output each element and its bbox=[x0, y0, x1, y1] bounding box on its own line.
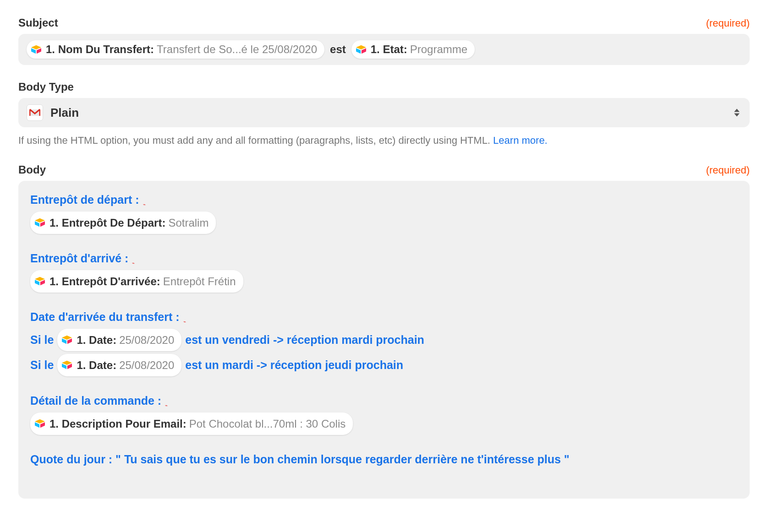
pill-entrepot-arrivee[interactable]: 1. Entrepôt D'arrivée: Entrepôt Frétin bbox=[30, 270, 243, 293]
svg-marker-11 bbox=[40, 280, 45, 286]
subject-pill-etat[interactable]: 1. Etat: Programme bbox=[351, 40, 475, 59]
pill-label: 1. Entrepôt De Départ: bbox=[49, 214, 165, 231]
svg-marker-15 bbox=[62, 361, 72, 365]
subject-input[interactable]: 1. Nom Du Transfert: Transfert de So...é… bbox=[18, 34, 750, 65]
svg-marker-7 bbox=[35, 222, 39, 227]
svg-marker-6 bbox=[35, 218, 45, 223]
pill-label: 1. Entrepôt D'arrivée: bbox=[49, 273, 160, 290]
body-type-header: Body Type bbox=[18, 81, 750, 93]
svg-marker-17 bbox=[67, 364, 72, 369]
body-label: Body bbox=[18, 163, 46, 176]
spellcheck-mark: ⌁ bbox=[165, 402, 168, 409]
learn-more-link[interactable]: Learn more. bbox=[493, 135, 548, 146]
subject-label: Subject bbox=[18, 16, 58, 29]
gmail-icon bbox=[27, 104, 43, 121]
svg-marker-4 bbox=[356, 48, 361, 54]
text-si-le-2: Si le bbox=[30, 356, 54, 374]
body-type-help: If using the HTML option, you must add a… bbox=[18, 133, 750, 148]
spellcheck-mark: ⌁ bbox=[183, 318, 186, 326]
body-type-value: Plain bbox=[50, 106, 79, 120]
body-type-label: Body Type bbox=[18, 81, 74, 93]
subject-header: Subject (required) bbox=[18, 16, 750, 29]
body-field: Body (required) Entrepôt de départ :⌁ 1.… bbox=[18, 163, 750, 499]
section-title-depart: Entrepôt de départ : bbox=[30, 191, 139, 209]
pill-value: Entrepôt Frétin bbox=[163, 273, 236, 290]
subject-pill-transfer-name[interactable]: 1. Nom Du Transfert: Transfert de So...é… bbox=[27, 40, 324, 59]
svg-marker-9 bbox=[35, 277, 45, 281]
section-title-arrive: Entrepôt d'arrivé : bbox=[30, 250, 128, 267]
pill-description-email[interactable]: 1. Description Pour Email: Pot Chocolat … bbox=[30, 413, 353, 435]
select-caret-icon bbox=[734, 109, 740, 117]
pill-value: Sotralim bbox=[168, 214, 208, 231]
airtable-icon bbox=[35, 419, 45, 428]
svg-marker-2 bbox=[37, 48, 41, 54]
body-input[interactable]: Entrepôt de départ :⌁ 1. Entrepôt De Dép… bbox=[18, 181, 750, 499]
pill-entrepot-depart[interactable]: 1. Entrepôt De Départ: Sotralim bbox=[30, 212, 216, 234]
svg-marker-20 bbox=[40, 423, 45, 428]
section-title-date: Date d'arrivée du transfert : bbox=[30, 308, 180, 326]
body-required-tag: (required) bbox=[706, 164, 750, 176]
pill-label: 1. Etat: bbox=[371, 43, 407, 56]
svg-marker-1 bbox=[31, 48, 36, 54]
pill-label: 1. Date: bbox=[77, 357, 116, 374]
airtable-icon bbox=[62, 360, 72, 369]
pill-value: Programme bbox=[410, 43, 467, 56]
pill-label: 1. Date: bbox=[77, 331, 116, 348]
spellcheck-mark: ⌁ bbox=[132, 260, 135, 267]
pill-date-2[interactable]: 1. Date: 25/08/2020 bbox=[57, 354, 181, 376]
text-vendredi: est un vendredi -> réception mardi proch… bbox=[185, 331, 424, 349]
svg-marker-13 bbox=[62, 338, 66, 344]
subject-required-tag: (required) bbox=[706, 17, 750, 29]
body-type-select[interactable]: Plain bbox=[18, 98, 750, 127]
pill-label: 1. Description Pour Email: bbox=[49, 415, 187, 432]
svg-marker-10 bbox=[35, 280, 39, 286]
svg-marker-3 bbox=[356, 45, 366, 49]
help-text-content: If using the HTML option, you must add a… bbox=[18, 135, 493, 146]
quote-text: Quote du jour : " Tu sais que tu es sur … bbox=[30, 451, 570, 468]
svg-marker-18 bbox=[35, 419, 45, 423]
pill-value: 25/08/2020 bbox=[119, 357, 174, 374]
text-mardi: est un mardi -> réception jeudi prochain bbox=[185, 356, 403, 374]
svg-marker-19 bbox=[35, 423, 39, 428]
airtable-icon bbox=[31, 45, 41, 54]
svg-marker-12 bbox=[62, 336, 72, 340]
pill-date-1[interactable]: 1. Date: 25/08/2020 bbox=[57, 329, 181, 351]
airtable-icon bbox=[62, 335, 72, 344]
text-si-le-1: Si le bbox=[30, 331, 54, 349]
svg-marker-5 bbox=[362, 48, 366, 54]
airtable-icon bbox=[356, 45, 366, 54]
subject-field: Subject (required) 1. Nom Du Transfert: … bbox=[18, 16, 750, 65]
spellcheck-mark: ⌁ bbox=[143, 201, 146, 208]
airtable-icon bbox=[35, 277, 45, 286]
svg-marker-14 bbox=[67, 338, 72, 344]
airtable-icon bbox=[35, 218, 45, 227]
body-header: Body (required) bbox=[18, 163, 750, 176]
subject-text-est: est bbox=[328, 43, 348, 56]
pill-label: 1. Nom Du Transfert: bbox=[46, 43, 154, 56]
section-title-commande: Détail de la commande : bbox=[30, 392, 161, 410]
svg-marker-0 bbox=[31, 45, 41, 49]
svg-marker-16 bbox=[62, 364, 66, 369]
pill-value: 25/08/2020 bbox=[119, 331, 174, 348]
svg-marker-8 bbox=[40, 222, 45, 227]
body-type-field: Body Type Plain If using the HTML option… bbox=[18, 81, 750, 148]
pill-value: Pot Chocolat bl...70ml : 30 Colis bbox=[189, 415, 346, 432]
pill-value: Transfert de So...é le 25/08/2020 bbox=[157, 43, 317, 56]
